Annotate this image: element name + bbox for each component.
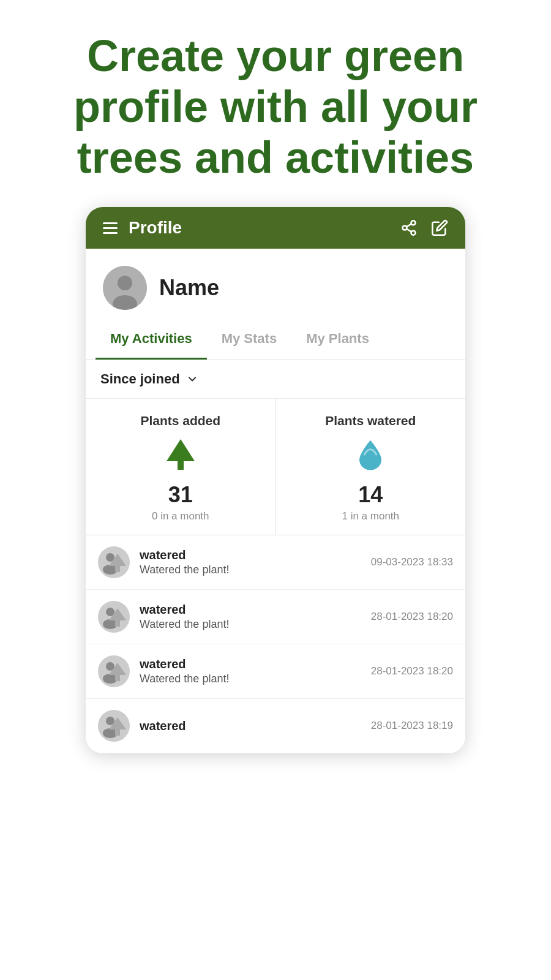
svg-rect-15 — [115, 566, 120, 572]
activity-plant-icon-3 — [98, 710, 130, 742]
activity-plant-icon-2 — [98, 655, 130, 687]
svg-rect-30 — [115, 729, 120, 736]
stat-sublabel-plants: 0 in a month — [152, 510, 209, 522]
edit-button[interactable] — [431, 219, 448, 236]
filter-label: Since joined — [100, 371, 180, 387]
svg-rect-9 — [178, 461, 184, 470]
activity-plant-icon-1 — [98, 601, 130, 633]
activity-item: watered Watered the plant! 28-01-2023 18… — [86, 644, 465, 699]
avatar — [103, 266, 147, 310]
filter-row[interactable]: Since joined — [86, 360, 465, 399]
activity-time-3: 28-01-2023 18:19 — [371, 720, 453, 732]
activity-text-0: watered Watered the plant! — [140, 548, 361, 576]
tab-activities[interactable]: My Activities — [96, 320, 207, 360]
activity-desc-2: Watered the plant! — [140, 673, 361, 685]
top-bar-title: Profile — [129, 218, 182, 238]
activity-list: watered Watered the plant! 09-03-2023 18… — [86, 535, 465, 753]
stats-row: Plants added 31 0 in a month Plants wate… — [86, 399, 465, 535]
activity-desc-1: Watered the plant! — [140, 618, 361, 631]
tab-stats[interactable]: My Stats — [207, 320, 291, 360]
activity-text-1: watered Watered the plant! — [140, 603, 361, 631]
stat-sublabel-watered: 1 in a month — [342, 510, 399, 522]
activity-item: watered Watered the plant! 28-01-2023 18… — [86, 590, 465, 644]
activity-plant-icon-0 — [98, 546, 130, 578]
headline-text: Create your green profile with all your … — [49, 31, 502, 183]
activity-text-3: watered — [140, 719, 361, 733]
svg-line-3 — [407, 229, 411, 232]
activity-item: watered Watered the plant! 09-03-2023 18… — [86, 535, 465, 590]
menu-button[interactable] — [103, 222, 118, 234]
tree-icon — [162, 437, 199, 473]
share-button[interactable] — [400, 219, 418, 236]
stat-card-plants-added: Plants added 31 0 in a month — [86, 399, 276, 535]
activity-desc-0: Watered the plant! — [140, 564, 361, 576]
activity-time-2: 28-01-2023 18:20 — [371, 665, 453, 677]
svg-marker-8 — [167, 439, 195, 461]
profile-section: Name — [86, 249, 465, 320]
stat-card-label-watered: Plants watered — [325, 413, 416, 428]
activity-item: watered 28-01-2023 18:19 — [86, 699, 465, 753]
headline-section: Create your green profile with all your … — [0, 0, 551, 207]
stat-card-plants-watered: Plants watered 14 1 in a month — [276, 399, 466, 535]
activity-time-0: 09-03-2023 18:33 — [371, 556, 453, 568]
tab-plants[interactable]: My Plants — [291, 320, 384, 360]
top-bar-right — [400, 219, 448, 236]
stat-number-plants: 31 — [168, 482, 193, 508]
top-bar-left: Profile — [103, 218, 182, 238]
share-icon — [400, 219, 418, 236]
svg-point-6 — [118, 276, 132, 290]
activity-action-1: watered — [140, 603, 361, 617]
profile-name: Name — [159, 275, 219, 301]
svg-rect-25 — [115, 675, 120, 681]
svg-line-4 — [407, 224, 411, 227]
activity-time-1: 28-01-2023 18:20 — [371, 611, 453, 623]
stat-number-watered: 14 — [358, 482, 383, 508]
svg-rect-20 — [115, 620, 120, 627]
activity-action-2: watered — [140, 657, 361, 671]
tabs-container: My Activities My Stats My Plants — [86, 320, 465, 360]
stat-card-label-plants: Plants added — [140, 413, 220, 428]
top-bar: Profile — [86, 207, 465, 249]
activity-action-3: watered — [140, 719, 361, 733]
activity-text-2: watered Watered the plant! — [140, 657, 361, 685]
svg-point-10 — [360, 450, 381, 470]
activity-action-0: watered — [140, 548, 361, 562]
phone-frame: Profile Name — [86, 207, 465, 753]
water-drop-icon — [352, 437, 389, 473]
edit-icon — [431, 219, 448, 236]
chevron-down-icon — [186, 373, 198, 385]
